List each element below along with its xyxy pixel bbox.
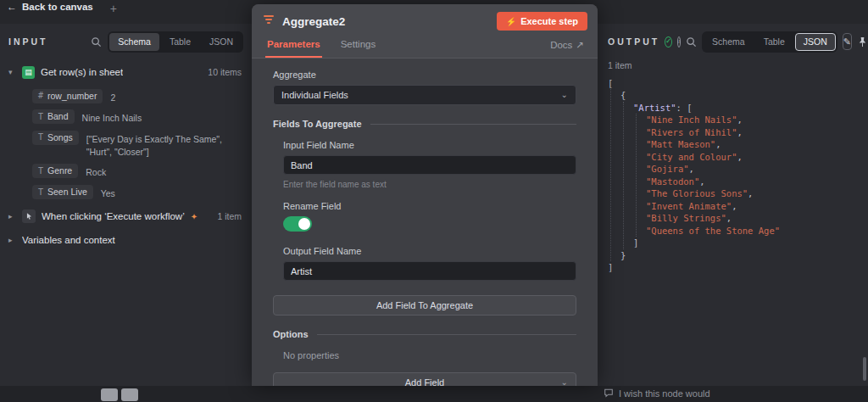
field-pill[interactable]: T Seen Live — [32, 185, 93, 199]
toggle-knob — [298, 218, 310, 230]
output-view-tabs: Schema Table JSON — [702, 31, 837, 53]
canvas-node-partial — [101, 388, 118, 401]
json-viewer: [{"Artist": ["Nine Inch Nails","Rivers o… — [608, 77, 868, 274]
tab-settings[interactable]: Settings — [339, 39, 378, 58]
chevron-down-icon: ⌄ — [561, 91, 568, 99]
source-node-label: Get row(s) in sheet — [41, 67, 123, 77]
output-tab-table[interactable]: Table — [755, 33, 793, 51]
schema-field-row[interactable]: T Seen Live Yes — [32, 185, 242, 200]
text-type-icon: T — [38, 187, 43, 197]
schema-field-row[interactable]: T Songs ["Every Day is Exactly The Same"… — [32, 131, 242, 158]
aggregate-select[interactable]: Individual Fields ⌄ — [273, 85, 576, 105]
no-properties-text: No properties — [283, 350, 576, 360]
input-schema-tree: ▾ ▤ Get row(s) in sheet 10 items # row_n… — [0, 59, 252, 251]
output-search-icon[interactable] — [686, 36, 697, 47]
output-tab-json[interactable]: JSON — [795, 33, 836, 51]
docs-link[interactable]: Docs ↗ — [550, 39, 584, 58]
google-sheets-icon: ▤ — [22, 66, 35, 79]
variables-context-label: Variables and context — [22, 235, 115, 245]
add-icon[interactable]: + — [110, 1, 117, 16]
trigger-node-row[interactable]: ▸ When clicking ‘Execute workflow’ ✦ 1 i… — [0, 206, 252, 227]
edit-output-button[interactable]: ✎ — [843, 33, 852, 50]
output-scrollbar[interactable] — [863, 357, 866, 381]
source-node-row[interactable]: ▾ ▤ Get row(s) in sheet 10 items — [0, 62, 252, 83]
field-pill[interactable]: T Genre — [32, 164, 78, 178]
execute-step-label: Execute step — [520, 16, 578, 26]
input-panel-title: INPUT — [8, 36, 48, 47]
feedback-chat-icon — [604, 388, 614, 399]
add-field-button[interactable]: Add Field ⌄ — [273, 372, 576, 386]
trigger-node-label: When clicking ‘Execute workflow’ — [42, 211, 185, 221]
chevron-down-icon: ⌄ — [561, 378, 568, 386]
modal-header: Aggregate2 ⚡ Execute step Parameters Set… — [252, 4, 598, 59]
input-field-hint: Enter the field name as text — [283, 180, 576, 189]
fields-to-aggregate-section: Fields To Aggregate — [273, 119, 576, 129]
field-name: Genre — [47, 165, 72, 176]
external-link-icon: ↗ — [576, 39, 584, 51]
back-to-canvas-label: Back to canvas — [22, 2, 93, 12]
output-tab-schema[interactable]: Schema — [704, 33, 754, 51]
sparkle-icon: ✦ — [191, 212, 198, 221]
fields-to-aggregate-title: Fields To Aggregate — [273, 119, 362, 129]
divider — [370, 124, 576, 125]
input-tab-schema[interactable]: Schema — [109, 33, 159, 51]
options-title: Options — [273, 329, 309, 339]
output-field-name-label: Output Field Name — [283, 246, 576, 256]
n8n-node-detail-view: ← Back to canvas + INPUT Schema Table JS… — [0, 0, 868, 402]
input-tab-table[interactable]: Table — [161, 33, 199, 51]
input-view-tabs: Schema Table JSON — [108, 31, 243, 53]
docs-label: Docs — [550, 40, 572, 50]
number-type-icon: # — [38, 91, 43, 100]
field-pill[interactable]: # row_number — [32, 89, 103, 103]
aggregate-select-value: Individual Fields — [281, 90, 348, 100]
variables-context-row[interactable]: ▸ Variables and context — [0, 230, 252, 251]
back-arrow-icon: ← — [7, 1, 17, 13]
chevron-right-icon: ▸ — [8, 236, 16, 244]
field-name: row_number — [47, 91, 97, 101]
input-panel: INPUT Schema Table JSON ▾ ▤ Get row(s) i… — [0, 24, 252, 386]
chevron-down-icon: ▾ — [8, 68, 16, 76]
field-pill[interactable]: T Band — [32, 109, 75, 124]
schema-field-row[interactable]: T Band Nine Inch Nails — [32, 109, 242, 125]
input-field-name-input[interactable] — [283, 155, 576, 175]
tab-parameters[interactable]: Parameters — [265, 39, 322, 58]
info-icon[interactable]: i — [677, 36, 681, 47]
trigger-node-count: 1 item — [212, 211, 242, 221]
schema-field-row[interactable]: # row_number 2 — [32, 89, 242, 104]
field-value: Yes — [101, 185, 115, 200]
output-items-count: 1 item — [608, 60, 868, 70]
execute-step-button[interactable]: ⚡ Execute step — [497, 12, 587, 31]
field-value: ["Every Day is Exactly The Same", "Hurt"… — [86, 131, 242, 158]
node-settings-modal: Aggregate2 ⚡ Execute step Parameters Set… — [252, 4, 598, 386]
canvas-node-partial — [121, 388, 138, 401]
field-value: Nine Inch Nails — [82, 109, 142, 125]
pin-data-icon[interactable] — [857, 36, 868, 47]
field-to-aggregate-group: Input Field Name Enter the field name as… — [283, 140, 576, 281]
output-panel: OUTPUT ✓ i Schema Table JSON ✎ 1 item [{… — [598, 24, 868, 386]
field-pill[interactable]: T Songs — [32, 131, 79, 145]
source-node-count: 10 items — [203, 67, 242, 77]
text-type-icon: T — [38, 112, 43, 121]
aggregate-node-icon — [262, 13, 275, 30]
field-value: 2 — [110, 89, 115, 104]
manual-trigger-icon — [22, 209, 36, 223]
add-field-to-aggregate-button[interactable]: Add Field To Aggregate — [273, 295, 576, 315]
options-section: Options — [273, 329, 576, 339]
text-type-icon: T — [38, 132, 43, 142]
field-name: Seen Live — [47, 187, 87, 197]
input-tab-json[interactable]: JSON — [201, 33, 242, 51]
back-to-canvas-button[interactable]: ← Back to canvas — [7, 1, 93, 13]
output-panel-title: OUTPUT — [608, 36, 659, 47]
input-field-name-label: Input Field Name — [283, 140, 576, 150]
rename-field-label: Rename Field — [283, 201, 576, 211]
canvas-bottom-strip — [0, 386, 868, 402]
schema-field-row[interactable]: T Genre Rock — [32, 164, 242, 179]
output-field-name-input[interactable] — [283, 261, 576, 281]
parameters-panel: Aggregate Individual Fields ⌄ Fields To … — [252, 59, 598, 386]
output-panel-header: OUTPUT ✓ i Schema Table JSON ✎ — [598, 24, 868, 59]
text-type-icon: T — [38, 166, 43, 176]
field-name: Band — [47, 111, 69, 121]
rename-field-toggle[interactable] — [283, 216, 312, 232]
input-search-icon[interactable] — [91, 36, 102, 47]
node-feedback-button[interactable]: I wish this node would — [604, 388, 710, 399]
